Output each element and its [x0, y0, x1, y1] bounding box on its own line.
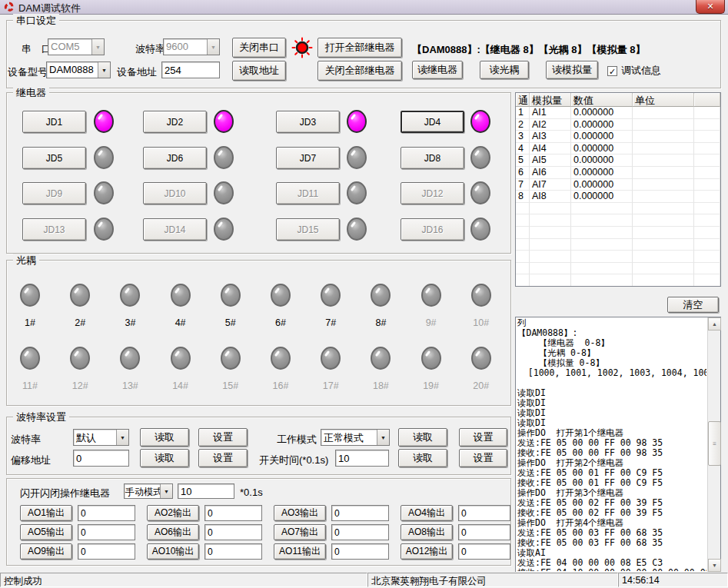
relay-led-jd10	[214, 181, 234, 204]
ao-value-input-6[interactable]	[204, 524, 262, 540]
table-row	[516, 239, 720, 251]
relay-button-jd4[interactable]: JD4	[401, 111, 464, 133]
ao-value-input-2[interactable]	[204, 505, 262, 521]
baud-read-button[interactable]: 读取	[140, 428, 189, 447]
relay-button-jd2[interactable]: JD2	[143, 111, 207, 133]
offset-set-button[interactable]: 设置	[198, 449, 248, 467]
baud-setting-select[interactable]: 默认 ▼	[73, 429, 129, 446]
ao-value-input-8[interactable]	[458, 524, 510, 540]
work-mode-set-button[interactable]: 设置	[459, 428, 507, 447]
ao-output-button-5[interactable]: AO5输出	[20, 524, 72, 540]
ao-output-button-1[interactable]: AO1输出	[20, 505, 72, 521]
baud-value: 9600	[164, 39, 207, 55]
relay-led-jd2	[214, 110, 234, 133]
relay-button-jd16: JD16	[401, 218, 464, 241]
close-serial-button[interactable]: 关闭串口	[232, 38, 286, 58]
offset-addr-input[interactable]	[73, 450, 129, 467]
table-cell	[694, 154, 720, 167]
work-mode-label: 工作模式	[277, 433, 317, 447]
scroll-up-icon[interactable]: ▲	[708, 317, 721, 331]
table-row: 1AI10.000000	[516, 107, 720, 119]
switch-time-read-button[interactable]: 读取	[398, 449, 447, 467]
scrollbar-thumb[interactable]: ≡	[708, 421, 721, 466]
open-all-relays-button[interactable]: 打开全部继电器	[317, 38, 402, 58]
work-mode-read-button[interactable]: 读取	[398, 428, 447, 447]
baud-set-button[interactable]: 设置	[198, 428, 248, 447]
ao-value-input-12[interactable]	[458, 543, 510, 560]
table-cell: 7	[516, 179, 530, 191]
ao-output-button-6[interactable]: AO6输出	[147, 524, 199, 540]
relay-button-jd8[interactable]: JD8	[401, 147, 464, 169]
opto-led-2	[70, 284, 90, 307]
flash-mode-select[interactable]: 手动模式 ▼	[124, 483, 173, 499]
read-analog-button[interactable]: 读模拟量	[546, 61, 598, 79]
table-row: 8AI80.000000	[516, 191, 720, 203]
table-cell	[571, 214, 633, 227]
relay-button-jd10: JD10	[143, 182, 207, 204]
switch-time-input[interactable]	[335, 450, 389, 467]
work-mode-value: 正常模式	[321, 430, 377, 445]
opto-label-11: 11#	[11, 380, 49, 391]
ao-value-input-1[interactable]	[78, 505, 135, 521]
ao-value-input-4[interactable]	[458, 505, 510, 521]
opto-label-16: 16#	[261, 380, 300, 391]
device-addr-label: 设备地址	[117, 65, 157, 79]
ao-output-button-7[interactable]: AO7输出	[274, 524, 326, 540]
baud-setting-value: 默认	[74, 430, 116, 445]
relay-button-jd5[interactable]: JD5	[22, 147, 86, 169]
read-relay-button[interactable]: 读继电器	[412, 61, 463, 79]
opto-led-8	[371, 284, 391, 307]
table-cell	[694, 143, 720, 155]
table-cell	[633, 119, 694, 131]
opto-led-19	[421, 347, 441, 370]
relay-led-jd5	[94, 146, 114, 169]
ao-output-button-10[interactable]: AO10输出	[147, 543, 199, 560]
work-mode-select[interactable]: 正常模式 ▼	[321, 429, 390, 446]
opto-label-18: 18#	[361, 380, 400, 391]
ao-value-input-3[interactable]	[331, 505, 389, 521]
table-cell	[633, 263, 694, 275]
relay-button-jd7[interactable]: JD7	[276, 147, 340, 169]
com-port-select[interactable]: COM5 ▼	[48, 38, 105, 55]
table-cell: 4	[516, 143, 530, 155]
device-addr-input[interactable]	[161, 61, 220, 78]
relay-button-jd1[interactable]: JD1	[22, 111, 86, 133]
ao-value-input-7[interactable]	[331, 524, 389, 540]
ao-output-button-2[interactable]: AO2输出	[147, 505, 199, 521]
clear-log-button[interactable]: 清空	[667, 297, 719, 313]
close-button[interactable]: ✕	[696, 0, 725, 14]
offset-read-button[interactable]: 读取	[140, 449, 189, 467]
flash-time-input[interactable]	[178, 483, 234, 499]
read-addr-button[interactable]: 读取地址	[232, 61, 286, 81]
ao-value-input-10[interactable]	[204, 543, 262, 560]
ao-value-input-5[interactable]	[78, 524, 135, 540]
log-scrollbar[interactable]: ▲ ≡ ▼	[707, 317, 720, 572]
debug-info-checkbox[interactable]: ✓ 调试信息	[607, 64, 661, 78]
device-model-select[interactable]: DAM0888 ▼	[46, 61, 111, 78]
baud-select[interactable]: 9600 ▼	[163, 38, 220, 55]
opto-led-10	[471, 284, 491, 307]
ao-output-button-8[interactable]: AO8输出	[401, 524, 453, 540]
switch-time-set-button[interactable]: 设置	[459, 449, 507, 467]
scroll-down-icon[interactable]: ▼	[708, 559, 721, 572]
company-name: 北京聚英翱翔电子有限公司	[367, 573, 618, 587]
table-cell	[516, 214, 530, 227]
device-model-value: DAM0888	[47, 62, 98, 78]
relay-led-jd13	[94, 218, 114, 241]
opto-led-17	[321, 347, 341, 370]
ao-value-input-11[interactable]	[331, 543, 389, 560]
ao-output-button-11[interactable]: AO11输出	[274, 543, 326, 560]
read-opto-button[interactable]: 读光耦	[480, 61, 529, 79]
ao-output-button-3[interactable]: AO3输出	[274, 505, 326, 521]
ao-output-button-4[interactable]: AO4输出	[401, 505, 453, 521]
ao-output-button-12[interactable]: AO12输出	[401, 543, 453, 560]
ao-output-button-9[interactable]: AO9输出	[20, 543, 72, 560]
opto-led-13	[120, 347, 140, 370]
ao-value-input-9[interactable]	[78, 543, 135, 560]
relay-button-jd3[interactable]: JD3	[276, 111, 340, 133]
close-all-relays-button[interactable]: 关闭全部继电器	[317, 61, 402, 81]
table-cell	[633, 274, 694, 287]
relay-led-jd16	[470, 218, 490, 241]
relay-led-jd8	[470, 146, 490, 169]
relay-button-jd6[interactable]: JD6	[143, 147, 207, 169]
